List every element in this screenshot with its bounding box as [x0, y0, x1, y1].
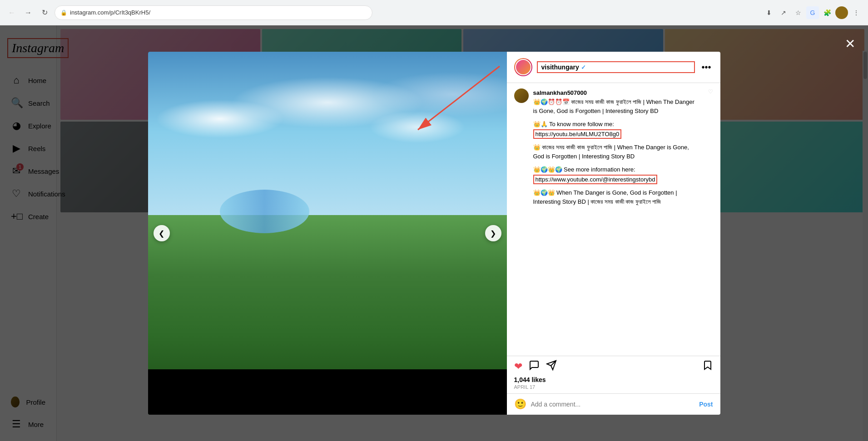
commenter-avatar[interactable]	[514, 88, 529, 103]
browser-chrome: ← → ↻ 🔒 instagram.com/p/CrIt3qBKrH5/ ⬇ ↗…	[0, 0, 868, 25]
comment-text-5: 👑🌍👑 When The Danger is Gone, God is Forg…	[533, 188, 700, 206]
modal-close-button[interactable]: ✕	[841, 34, 859, 53]
post-header: visithungary ✓ •••	[507, 52, 720, 83]
avatar-inner	[515, 59, 531, 75]
post-more-button[interactable]: •••	[699, 60, 713, 74]
username-text: visithungary	[541, 64, 579, 71]
address-bar[interactable]: 🔒 instagram.com/p/CrIt3qBKrH5/	[55, 5, 372, 20]
comment-button[interactable]	[529, 360, 540, 373]
comment-link-2-container: https://www.youtube.com/@interestingstor…	[533, 175, 700, 184]
likes-count: 1,044 likes	[514, 376, 713, 383]
bookmark-star-icon[interactable]: ☆	[792, 6, 804, 19]
river-layer	[220, 190, 310, 233]
comment-input-field[interactable]	[531, 401, 695, 408]
actions-bar: ❤	[507, 356, 720, 393]
browser-actions: ⬇ ↗ ☆ G 🧩 ⋮	[763, 6, 863, 19]
comment-text-1: 👑🌍⏰⏰📅 কাজের সময় কাজী কাজ ফুরাইলে পাজি |…	[533, 98, 700, 115]
translate-icon[interactable]: G	[806, 6, 819, 19]
download-icon[interactable]: ⬇	[763, 6, 775, 19]
comment-link-1-container: https://youtu.be/uMLMU2TO8g0	[533, 130, 700, 139]
commenter-username[interactable]: salmankhan507000	[533, 89, 587, 96]
modal-container: ❮ ❯ visithungary ✓ •••	[148, 52, 720, 415]
comments-area[interactable]: salmankhan507000 👑🌍⏰⏰📅 কাজের সময় কাজী ক…	[507, 83, 720, 356]
verified-badge: ✓	[581, 64, 586, 71]
lock-icon: 🔒	[60, 10, 67, 16]
comment-input-bar: 🙂 Post	[507, 393, 720, 415]
action-icons-row: ❤	[514, 360, 713, 373]
bookmark-button[interactable]	[702, 360, 713, 373]
user-avatar-chrome	[835, 6, 848, 19]
image-bottom-bar	[148, 369, 507, 415]
username-box: visithungary ✓	[537, 61, 695, 73]
extensions-icon[interactable]: 🧩	[821, 6, 833, 19]
forward-button[interactable]: →	[22, 6, 35, 19]
post-username[interactable]: visithungary ✓	[541, 64, 691, 71]
post-author-avatar	[514, 58, 532, 76]
modal-right-side: visithungary ✓ ••• salmankhan507000	[507, 52, 720, 415]
more-menu-icon[interactable]: ⋮	[850, 6, 863, 19]
share-button[interactable]	[546, 360, 557, 373]
comment-body: salmankhan507000 👑🌍⏰⏰📅 কাজের সময় কাজী ক…	[533, 88, 700, 206]
prev-image-button[interactable]: ❮	[154, 225, 170, 241]
page-wrapper: Instagram ⌂ Home 🔍 Search ◕ Explore ▶ Re…	[0, 25, 868, 441]
profile-menu-icon[interactable]	[835, 6, 848, 19]
reload-button[interactable]: ↻	[38, 6, 51, 19]
post-image	[148, 52, 507, 415]
comment-text-3: 👑 কাজের সময় কাজী কাজ ফুরাইলে পাজি | Whe…	[533, 143, 700, 161]
emoji-button[interactable]: 🙂	[514, 398, 526, 410]
modal-overlay: ✕ ❮ ❯	[0, 25, 868, 441]
avatar-image	[514, 88, 529, 103]
comment-text-4: 👑🌍👑🌍 See more information here:	[533, 165, 700, 174]
back-button[interactable]: ←	[5, 6, 18, 19]
url-text: instagram.com/p/CrIt3qBKrH5/	[70, 9, 150, 16]
comment-item: salmankhan507000 👑🌍⏰⏰📅 কাজের সময় কাজী ক…	[514, 88, 713, 206]
post-date: APRIL 17	[514, 384, 713, 390]
comment-text-2: 👑🙏 To know more follow me:	[533, 120, 700, 129]
like-button[interactable]: ❤	[514, 361, 522, 372]
comment-link-1[interactable]: https://youtu.be/uMLMU2TO8g0	[533, 129, 622, 139]
cloud-layer	[148, 70, 507, 233]
comment-link-2[interactable]: https://www.youtube.com/@interestingstor…	[533, 175, 658, 184]
share-icon[interactable]: ↗	[777, 6, 790, 19]
next-image-button[interactable]: ❯	[485, 225, 501, 241]
post-comment-button[interactable]: Post	[699, 401, 713, 408]
comment-heart-icon[interactable]: ♡	[708, 88, 713, 206]
post-image-container: ❮ ❯	[148, 52, 507, 415]
